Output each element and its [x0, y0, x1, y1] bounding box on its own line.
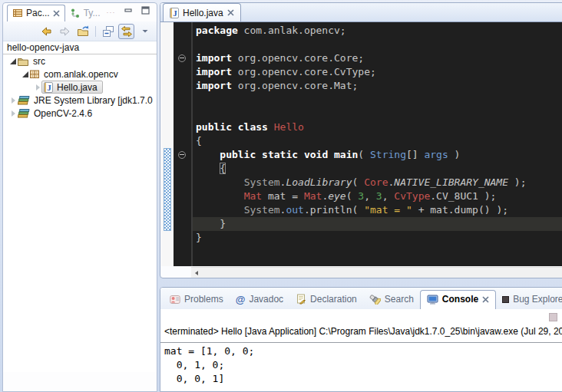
code-line: Mat mat = Mat.eye( 3, 3, CvType.CV_8UC1 … — [193, 189, 562, 203]
view-menu-button[interactable] — [137, 24, 153, 39]
collapse-arrow-icon[interactable] — [9, 97, 17, 104]
link-editor-icon — [120, 25, 134, 38]
code-token: static — [262, 149, 298, 160]
code-token — [232, 121, 238, 133]
tree-item[interactable]: OpenCV-2.4.6 — [3, 107, 157, 120]
eclipse-window: Pac...Ty...··· hello-opencv-java srccom.… — [0, 0, 562, 392]
close-icon[interactable] — [227, 9, 234, 16]
collapse-all-button[interactable] — [100, 24, 116, 39]
code-token: public — [220, 149, 256, 160]
tree-item-project[interactable]: hello-opencv-java — [3, 41, 157, 54]
tab-overflow-dots: ··· — [106, 8, 115, 16]
tab-hello-java[interactable]: J Hello.java — [163, 3, 241, 21]
bottom-panel-tab-bar: Problems@JavadocDeclarationSearchConsole… — [160, 288, 562, 309]
tree-item[interactable]: src — [3, 54, 157, 68]
overview-ruler — [161, 22, 174, 266]
code-line: { — [193, 162, 562, 176]
tree-item-content: JRE System Library [jdk1.7.0 — [17, 95, 154, 106]
code-token — [298, 149, 304, 160]
up-folder-icon — [77, 25, 90, 38]
code-token: package — [196, 25, 238, 36]
view-menu-icon — [141, 28, 149, 34]
problems-icon — [170, 295, 180, 305]
code-token: args — [424, 149, 448, 160]
scroll-left-arrow-icon[interactable] — [191, 268, 202, 278]
code-token: org.opencv.core.Core; — [232, 52, 364, 64]
tree-item-label: JRE System Library [jdk1.7.0 — [32, 95, 154, 106]
tab-console[interactable]: Console — [420, 290, 496, 309]
forward-button[interactable] — [57, 24, 73, 39]
code-token: import — [196, 66, 232, 77]
tab-declaration[interactable]: Declaration — [289, 291, 363, 309]
console-toolbar-icon[interactable] — [549, 313, 557, 321]
code-line: package com.anlak.opencv; — [193, 24, 562, 38]
tree-item[interactable]: JRE System Library [jdk1.7.0 — [3, 94, 157, 107]
tab-search[interactable]: Search — [363, 291, 420, 309]
code-token: ); — [508, 176, 526, 188]
code-token: } — [196, 218, 226, 229]
close-icon[interactable] — [482, 296, 489, 303]
code-token: , — [364, 190, 376, 202]
code-token: ) — [448, 149, 461, 160]
left-panel-tab-bar: Pac...Ty...··· — [3, 3, 157, 21]
fold-collapse-marker-icon[interactable] — [178, 54, 186, 62]
tree-item-label: com.anlak.opencv — [42, 69, 120, 80]
console-panel: Problems@JavadocDeclarationSearchConsole… — [160, 287, 562, 392]
collapse-arrow-icon[interactable] — [34, 84, 41, 91]
library-icon — [17, 95, 30, 106]
up-button[interactable] — [75, 24, 91, 39]
tab-label: Bug Explorer — [513, 294, 562, 305]
code-token: 3 — [358, 190, 364, 202]
link-with-editor-button[interactable] — [118, 24, 134, 39]
editor-tab-bar: J Hello.java — [160, 3, 562, 22]
console-view: <terminated> Hello [Java Application] C:… — [160, 309, 562, 391]
back-button[interactable] — [38, 24, 55, 39]
code-token: import — [196, 80, 232, 91]
code-token — [328, 149, 334, 160]
console-output[interactable]: mat = [1, 0, 0; 0, 1, 0; 0, 0, 1] — [164, 344, 254, 386]
code-token: LoadLibrary — [286, 176, 352, 188]
code-token: Mat — [304, 190, 322, 202]
project-label: hello-opencv-java — [5, 42, 81, 53]
tab-type-hierarchy[interactable]: Ty... — [65, 5, 105, 21]
code-token: System — [244, 204, 280, 216]
src-folder-icon — [17, 56, 29, 67]
maximize-panel-button[interactable] — [141, 6, 150, 17]
code-line: { — [193, 134, 562, 148]
code-line: import org.opencv.core.CvType; — [193, 65, 562, 79]
tree-item[interactable]: JHello.java — [3, 81, 157, 94]
maximize-icon — [141, 6, 150, 15]
collapse-arrow-icon[interactable] — [9, 110, 17, 117]
tree-item-content: com.anlak.opencv — [29, 69, 120, 80]
code-token — [196, 190, 244, 202]
fold-collapse-marker-icon[interactable] — [178, 151, 186, 159]
code-token: { — [220, 163, 226, 174]
tree-items: srccom.anlak.opencvJHello.javaJRE System… — [3, 54, 157, 120]
bug-icon — [502, 296, 509, 303]
code-line: public static void main( String[] args ) — [193, 148, 562, 162]
code-token: org.opencv.core.Mat; — [232, 80, 358, 91]
code-token: com.anlak.opencv; — [238, 25, 346, 36]
tab-package-explorer[interactable]: Pac... — [7, 5, 65, 21]
tab-bug-explorer[interactable]: Bug Explorer — [496, 291, 562, 309]
package-explorer-icon — [12, 8, 23, 18]
code-token: out — [286, 204, 303, 216]
editor-horizontal-scrollbar[interactable] — [191, 267, 562, 278]
tab-problems[interactable]: Problems — [164, 291, 230, 309]
minimize-panel-button[interactable] — [124, 6, 133, 17]
code-token: [] — [406, 149, 424, 160]
code-token: ( — [346, 190, 359, 202]
editor-code-area[interactable]: package com.anlak.opencv;import org.open… — [193, 22, 562, 266]
code-line — [193, 38, 562, 51]
code-token: public — [196, 121, 232, 133]
expand-arrow-icon[interactable] — [21, 71, 29, 77]
code-token: Hello — [274, 121, 304, 133]
console-separator — [160, 342, 562, 343]
tab-label: Pac... — [26, 8, 50, 18]
tree-item[interactable]: com.anlak.opencv — [3, 68, 157, 81]
package-explorer-panel: Pac...Ty...··· hello-opencv-java srccom.… — [2, 2, 157, 392]
expand-arrow-icon[interactable] — [9, 58, 17, 64]
close-icon[interactable] — [53, 10, 60, 17]
tab-javadoc[interactable]: @Javadoc — [230, 291, 289, 309]
console-line: 0, 1, 0; — [164, 358, 254, 372]
